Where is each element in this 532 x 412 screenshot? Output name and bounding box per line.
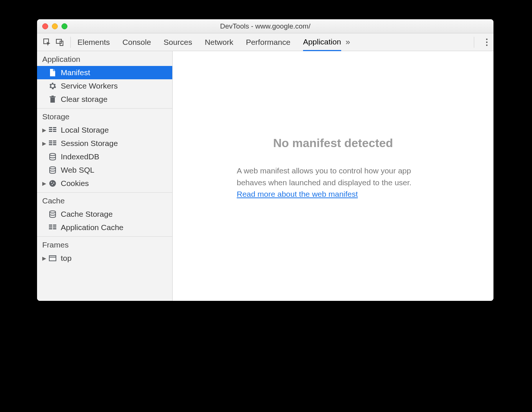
sidebar-item-label: Cookies [61, 179, 89, 188]
manifest-pane: No manifest detected A web manifest allo… [173, 51, 493, 301]
toolbar-divider [70, 37, 71, 48]
kebab-menu-icon[interactable] [486, 39, 488, 46]
sidebar-item-clear-storage[interactable]: Clear storage [37, 93, 172, 106]
toolbar-divider [474, 37, 474, 48]
svg-point-21 [51, 182, 52, 183]
svg-point-22 [53, 183, 54, 184]
more-tabs-chevron-icon[interactable]: » [346, 37, 350, 47]
svg-rect-6 [49, 127, 52, 128]
svg-rect-17 [53, 144, 56, 145]
svg-rect-3 [50, 97, 55, 103]
close-window-button[interactable] [42, 23, 48, 29]
manifest-heading: No manifest detected [273, 136, 393, 150]
sidebar-item-label: Cache Storage [61, 210, 113, 219]
db-icon [48, 210, 57, 219]
devtools-window: DevTools - www.google.com/ ElementsConso… [37, 19, 493, 301]
sidebar-item-label: Web SQL [61, 166, 94, 175]
svg-rect-31 [49, 256, 56, 261]
sidebar-section-application: Application [37, 51, 172, 66]
manifest-body-text: A web manifest allows you to control how… [237, 166, 412, 187]
svg-point-20 [49, 180, 56, 187]
svg-rect-4 [50, 96, 56, 97]
maximize-window-button[interactable] [61, 23, 67, 29]
svg-rect-16 [49, 144, 52, 145]
grid-icon [48, 139, 57, 148]
tab-sources[interactable]: Sources [164, 33, 192, 51]
sidebar-item-label: Application Cache [61, 223, 123, 232]
disclosure-triangle-icon[interactable]: ▶ [42, 127, 47, 133]
devtools-tabs: ElementsConsoleSourcesNetworkPerformance… [75, 33, 341, 51]
svg-rect-8 [49, 129, 52, 130]
sidebar-item-label: IndexedDB [61, 152, 99, 161]
devtools-body: ApplicationManifestService WorkersClear … [37, 51, 493, 301]
manifest-read-more-link[interactable]: Read more about the web manifest [237, 190, 358, 198]
sidebar-section-storage: Storage [37, 109, 172, 123]
sidebar-item-local-storage[interactable]: ▶Local Storage [37, 123, 172, 137]
disclosure-triangle-icon[interactable]: ▶ [42, 255, 47, 261]
gear-icon [48, 82, 57, 90]
device-toggle-icon[interactable] [53, 36, 66, 49]
tab-network[interactable]: Network [205, 33, 233, 51]
inspect-element-icon[interactable] [41, 36, 53, 49]
sidebar-item-service-workers[interactable]: Service Workers [37, 79, 172, 93]
sidebar-item-label: Clear storage [61, 95, 107, 104]
sidebar-item-label: Manifest [61, 68, 90, 77]
titlebar: DevTools - www.google.com/ [37, 19, 493, 33]
sidebar-item-top[interactable]: ▶top [37, 252, 172, 265]
svg-rect-7 [53, 127, 56, 128]
svg-rect-25 [49, 225, 52, 226]
svg-point-18 [50, 153, 56, 156]
svg-point-23 [52, 184, 53, 185]
db-icon [48, 166, 57, 175]
disclosure-triangle-icon[interactable]: ▶ [42, 180, 47, 186]
svg-rect-11 [53, 131, 56, 132]
sidebar-item-session-storage[interactable]: ▶Session Storage [37, 137, 172, 150]
sidebar-item-application-cache[interactable]: Application Cache [37, 221, 172, 234]
minimize-window-button[interactable] [52, 23, 58, 29]
sidebar-item-label: Local Storage [61, 126, 109, 134]
sidebar-section-frames: Frames [37, 237, 172, 252]
traffic-lights [42, 23, 67, 29]
application-sidebar: ApplicationManifestService WorkersClear … [37, 51, 173, 301]
svg-rect-13 [53, 140, 56, 142]
grid-icon [48, 126, 57, 134]
svg-rect-27 [49, 226, 52, 227]
svg-rect-10 [49, 131, 52, 132]
sidebar-item-label: top [61, 254, 72, 263]
sidebar-item-label: Session Storage [61, 139, 118, 148]
svg-rect-30 [53, 228, 56, 229]
tab-elements[interactable]: Elements [77, 33, 110, 51]
disclosure-triangle-icon[interactable]: ▶ [42, 140, 47, 146]
sidebar-item-indexeddb[interactable]: IndexedDB [37, 150, 172, 163]
svg-rect-26 [53, 225, 56, 226]
sidebar-item-cookies[interactable]: ▶Cookies [37, 177, 172, 190]
sidebar-item-cache-storage[interactable]: Cache Storage [37, 207, 172, 221]
svg-rect-12 [49, 140, 52, 142]
svg-rect-5 [51, 96, 54, 96]
svg-point-19 [50, 167, 56, 169]
svg-point-24 [50, 211, 56, 213]
cookie-icon [48, 179, 57, 188]
svg-rect-28 [53, 226, 56, 227]
window-title: DevTools - www.google.com/ [37, 22, 493, 30]
svg-rect-9 [53, 129, 56, 130]
tab-application[interactable]: Application [303, 34, 341, 51]
sidebar-item-manifest[interactable]: Manifest [37, 66, 172, 79]
svg-rect-15 [53, 142, 56, 143]
tab-console[interactable]: Console [123, 33, 151, 51]
devtools-toolbar: ElementsConsoleSourcesNetworkPerformance… [37, 33, 493, 51]
sidebar-section-cache: Cache [37, 193, 172, 207]
sidebar-item-label: Service Workers [61, 82, 118, 90]
grid-icon [48, 223, 57, 232]
tab-performance[interactable]: Performance [246, 33, 290, 51]
sidebar-item-web-sql[interactable]: Web SQL [37, 163, 172, 177]
svg-rect-14 [49, 142, 52, 143]
file-icon [48, 68, 57, 77]
trash-icon [48, 95, 57, 104]
svg-rect-29 [49, 228, 52, 229]
db-icon [48, 152, 57, 161]
frame-icon [48, 254, 57, 263]
